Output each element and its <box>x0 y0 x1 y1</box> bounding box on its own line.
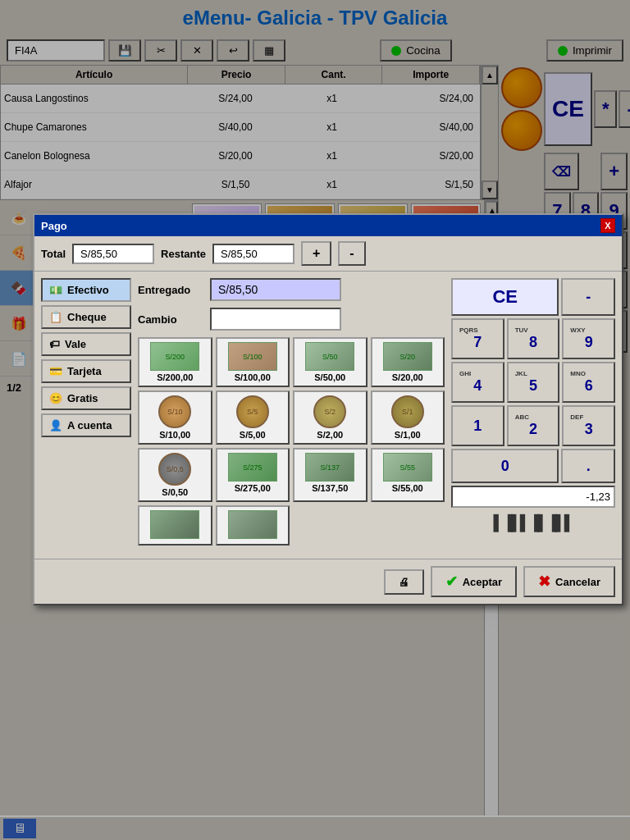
money-grid: S/200 S/200,00 S/100 S/100,00 S/50 S/50,… <box>138 337 445 546</box>
restante-label: Restante <box>161 248 206 260</box>
money-5-label: S/5,00 <box>221 430 285 440</box>
modal-btn-2[interactable]: ABC2 <box>507 405 560 446</box>
aceptar-button[interactable]: ✔ Aceptar <box>431 566 517 597</box>
print-button[interactable]: 🖨 <box>384 569 424 595</box>
barcode-icon: ▌▐▌▌▐▌▐▌▌ <box>494 514 573 531</box>
modal-btn-5[interactable]: JKL5 <box>507 362 560 403</box>
money-1-img: S/1 <box>391 395 424 428</box>
money-1[interactable]: S/1 S/1,00 <box>371 390 445 445</box>
acuenta-label: A cuenta <box>67 419 112 431</box>
barcode-area: ▌▐▌▌▐▌▐▌▌ <box>451 511 615 535</box>
modal-minus-button[interactable]: - <box>561 278 615 316</box>
modal-title-bar: Pago X <box>34 215 622 236</box>
total-plus-button[interactable]: + <box>301 241 331 266</box>
money-55-img: S/55 <box>383 453 432 482</box>
modal-btn-6[interactable]: MNO6 <box>562 362 615 403</box>
modal-actions: 🖨 ✔ Aceptar ✖ Cancelar <box>34 559 622 604</box>
money-2-label: S/2,00 <box>298 430 363 440</box>
money-20-img: S/20 <box>383 342 432 371</box>
money-100-label: S/100,00 <box>221 372 285 382</box>
modal-ce-button[interactable]: CE <box>451 278 559 316</box>
money-20[interactable]: S/20 S/20,00 <box>371 337 445 387</box>
aceptar-label: Aceptar <box>463 576 502 588</box>
money-1-label: S/1,00 <box>376 430 441 440</box>
cheque-label: Cheque <box>67 311 107 323</box>
entregado-row: Entregado <box>138 278 445 301</box>
cancelar-label: Cancelar <box>555 576 600 588</box>
money-050[interactable]: S/0,5 S/0,50 <box>138 448 212 502</box>
pay-cheque-button[interactable]: 📋 Cheque <box>41 305 131 329</box>
money-5-img: S/5 <box>236 395 269 428</box>
money-100[interactable]: S/100 S/100,00 <box>216 337 290 387</box>
print-icon: 🖨 <box>399 576 409 588</box>
entregado-label: Entregado <box>138 284 203 296</box>
modal-title-text: Pago <box>41 220 67 232</box>
crossmark-icon: ✖ <box>538 573 550 591</box>
cancelar-button[interactable]: ✖ Cancelar <box>523 566 615 597</box>
money-200-label: S/200,00 <box>143 372 208 382</box>
payment-modal-overlay: Pago X Total Restante + - 💵 Efectivo 📋 <box>0 0 630 840</box>
money-extra2[interactable] <box>216 505 290 546</box>
money-5[interactable]: S/5 S/5,00 <box>216 390 290 445</box>
efectivo-icon: 💵 <box>49 284 62 296</box>
money-275-label: S/275,00 <box>221 483 285 493</box>
tarjeta-label: Tarjeta <box>67 365 102 377</box>
money-100-img: S/100 <box>228 342 277 371</box>
money-10-img: S/10 <box>158 395 191 428</box>
money-extra1-img <box>150 510 199 539</box>
money-275-img: S/275 <box>228 453 277 482</box>
restante-input[interactable] <box>212 244 294 264</box>
total-input[interactable] <box>72 244 154 264</box>
total-label: Total <box>41 248 66 260</box>
modal-btn-dot[interactable]: . <box>561 449 615 483</box>
pay-efectivo-button[interactable]: 💵 Efectivo <box>41 278 131 302</box>
modal-numpad-panel: CE - PQRS7 TUV8 WXY9 GHI4 JKL5 MNO6 1 AB… <box>451 278 615 552</box>
vale-label: Vale <box>65 338 86 350</box>
money-13750[interactable]: S/137 S/137,50 <box>293 448 368 502</box>
money-extra1[interactable] <box>138 505 212 546</box>
gratis-icon: 😊 <box>49 392 62 404</box>
modal-btn-0[interactable]: 0 <box>451 449 559 483</box>
money-50-label: S/50,00 <box>298 372 363 382</box>
money-13750-img: S/137 <box>305 453 354 482</box>
modal-display: -1,23 <box>451 486 615 508</box>
payment-methods-panel: 💵 Efectivo 📋 Cheque 🏷 Vale 💳 Tarjeta 😊 <box>41 278 131 552</box>
payment-content: Entregado Cambio S/200 S/200,00 S/ <box>138 278 445 552</box>
pay-gratis-button[interactable]: 😊 Gratis <box>41 386 131 410</box>
money-50-img: S/50 <box>305 342 354 371</box>
money-55[interactable]: S/55 S/55,00 <box>371 448 445 502</box>
modal-btn-7[interactable]: PQRS7 <box>451 318 504 359</box>
entregado-input[interactable] <box>210 278 341 301</box>
money-2[interactable]: S/2 S/2,00 <box>293 390 368 445</box>
total-minus-button[interactable]: - <box>338 241 365 266</box>
pay-acuenta-button[interactable]: 👤 A cuenta <box>41 413 131 437</box>
money-20-label: S/20,00 <box>376 372 441 382</box>
modal-btn-1[interactable]: 1 <box>451 405 504 446</box>
money-10-label: S/10,00 <box>143 430 208 440</box>
cambio-label: Cambio <box>138 313 203 326</box>
modal-body: 💵 Efectivo 📋 Cheque 🏷 Vale 💳 Tarjeta 😊 <box>34 272 622 559</box>
money-050-img: S/0,5 <box>158 453 191 486</box>
money-2-img: S/2 <box>313 395 346 428</box>
modal-btn-4[interactable]: GHI4 <box>451 362 504 403</box>
cambio-input[interactable] <box>210 308 341 331</box>
money-50[interactable]: S/50 S/50,00 <box>293 337 368 387</box>
tarjeta-icon: 💳 <box>49 365 62 377</box>
modal-close-button[interactable]: X <box>600 218 615 233</box>
money-10[interactable]: S/10 S/10,00 <box>138 390 212 445</box>
pay-vale-button[interactable]: 🏷 Vale <box>41 332 131 356</box>
efectivo-label: Efectivo <box>67 284 109 296</box>
money-200[interactable]: S/200 S/200,00 <box>138 337 212 387</box>
modal-numpad-grid: PQRS7 TUV8 WXY9 GHI4 JKL5 MNO6 1 ABC2 DE… <box>451 318 615 446</box>
pay-tarjeta-button[interactable]: 💳 Tarjeta <box>41 359 131 383</box>
modal-btn-9[interactable]: WXY9 <box>562 318 615 359</box>
payment-modal: Pago X Total Restante + - 💵 Efectivo 📋 <box>33 213 623 605</box>
modal-btn-3[interactable]: DEF3 <box>562 405 615 446</box>
acuenta-icon: 👤 <box>49 419 62 431</box>
money-200-img: S/200 <box>150 342 199 371</box>
cambio-row: Cambio <box>138 308 445 331</box>
money-275[interactable]: S/275 S/275,00 <box>216 448 290 502</box>
money-extra2-img <box>228 510 277 539</box>
modal-btn-8[interactable]: TUV8 <box>507 318 560 359</box>
total-bar: Total Restante + - <box>34 236 622 272</box>
